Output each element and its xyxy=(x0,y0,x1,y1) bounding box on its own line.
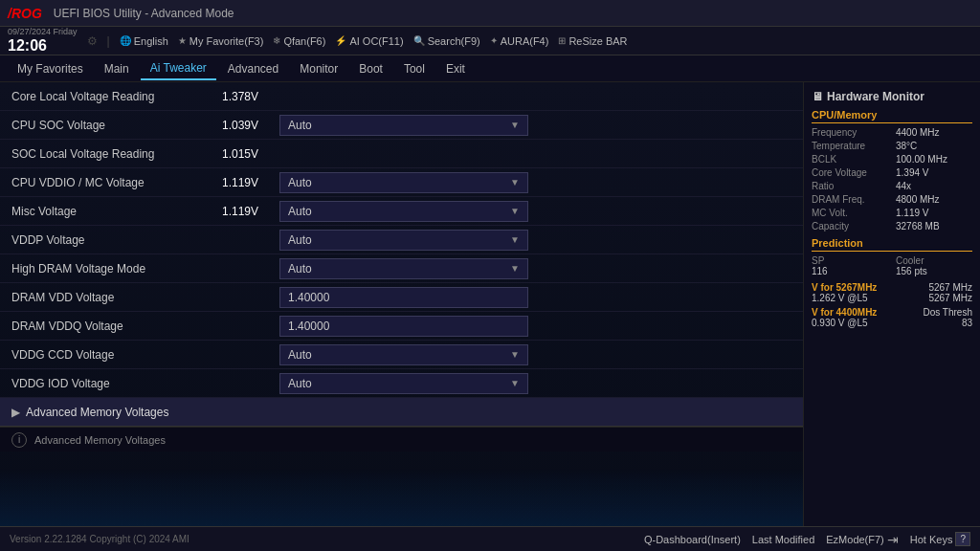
dropdown-box-4[interactable]: Auto▼ xyxy=(279,201,528,222)
input-value-8: 1.40000 xyxy=(288,320,329,333)
myfav-item[interactable]: ★ My Favorite(F3) xyxy=(178,35,264,47)
voltage-row-4[interactable]: Misc Voltage1.119VAuto▼ xyxy=(0,197,803,226)
advanced-memory-section[interactable]: ▶ Advanced Memory Voltages xyxy=(0,398,803,427)
fan-icon: ❄ xyxy=(273,35,280,46)
voltage-control-4[interactable]: Auto▼ xyxy=(279,201,528,222)
cpu-val-0: 4400 MHz xyxy=(896,127,972,138)
voltage-row-1[interactable]: CPU SOC Voltage1.039VAuto▼ xyxy=(0,111,803,140)
dropdown-box-1[interactable]: Auto▼ xyxy=(279,115,528,136)
date-display: 09/27/2024 Friday xyxy=(8,28,78,37)
input-box-8[interactable]: 1.40000 xyxy=(279,316,528,337)
pred-4400-block: V for 4400MHz Dos Thresh 0.930 V @L5 83 xyxy=(812,307,972,328)
nav-ai-tweaker[interactable]: Ai Tweaker xyxy=(141,57,216,80)
cpu-key-7: Capacity xyxy=(812,221,888,231)
search-icon: 🔍 xyxy=(413,35,425,46)
nav-monitor[interactable]: Monitor xyxy=(290,58,347,79)
cpu-val-2: 100.00 MHz xyxy=(896,154,972,165)
dropdown-arrow-4: ▼ xyxy=(510,206,520,216)
dropdown-value-3: Auto xyxy=(288,176,312,189)
voltage-control-10[interactable]: Auto▼ xyxy=(279,373,528,394)
cpu-key-1: Temperature xyxy=(812,141,888,151)
bios-title: UEFI BIOS Utility - Advanced Mode xyxy=(54,7,234,20)
dropdown-box-10[interactable]: Auto▼ xyxy=(279,373,528,394)
sep1: ⚙ xyxy=(87,34,98,48)
qfan-label: Qfan(F6) xyxy=(283,35,325,47)
dos-thresh-val: 83 xyxy=(962,318,972,328)
myfav-label: My Favorite(F3) xyxy=(189,35,264,47)
aura-icon: ✦ xyxy=(490,35,498,46)
nav-boot[interactable]: Boot xyxy=(349,58,392,79)
prediction-section-title: Prediction xyxy=(812,237,972,252)
dropdown-value-5: Auto xyxy=(288,233,312,247)
nav-my-favorites[interactable]: My Favorites xyxy=(8,58,93,79)
voltage-control-3[interactable]: Auto▼ xyxy=(279,172,528,193)
voltage-label-7: DRAM VDD Voltage xyxy=(11,291,222,304)
voltage-control-6[interactable]: Auto▼ xyxy=(279,258,528,279)
language-item[interactable]: 🌐 English xyxy=(120,35,168,47)
voltage-value-0: 1.378V xyxy=(222,90,279,103)
datetime: 09/27/2024 Friday 12:06 xyxy=(8,28,78,54)
dropdown-arrow-10: ▼ xyxy=(510,378,520,388)
voltage-label-0: Core Local Voltage Reading xyxy=(11,90,222,103)
resize-icon: ⊞ xyxy=(558,35,566,46)
nav-tool[interactable]: Tool xyxy=(394,58,434,79)
v-for-5267-label: V for 5267MHz xyxy=(812,282,877,293)
voltage-label-8: DRAM VDDQ Voltage xyxy=(11,320,222,333)
resize-item[interactable]: ⊞ ReSize BAR xyxy=(558,35,627,47)
voltage-row-7[interactable]: DRAM VDD Voltage1.40000 xyxy=(0,283,803,312)
main-area: Core Local Voltage Reading1.378VCPU SOC … xyxy=(0,82,980,526)
aura-label: AURA(F4) xyxy=(501,35,549,47)
voltage-row-6[interactable]: High DRAM Voltage ModeAuto▼ xyxy=(0,254,803,283)
dropdown-arrow-6: ▼ xyxy=(510,263,520,274)
ezmode-action[interactable]: EzMode(F7) ⇥ xyxy=(826,532,899,547)
voltage-label-1: CPU SOC Voltage xyxy=(11,119,222,132)
hotkeys-action[interactable]: Hot Keys ? xyxy=(910,532,970,546)
voltage-control-9[interactable]: Auto▼ xyxy=(279,344,528,365)
v-for-4400-label: V for 4400MHz xyxy=(812,307,877,318)
nav-exit[interactable]: Exit xyxy=(436,58,475,79)
nav-main[interactable]: Main xyxy=(95,58,139,79)
dropdown-box-6[interactable]: Auto▼ xyxy=(279,258,528,279)
voltage-row-9[interactable]: VDDG CCD VoltageAuto▼ xyxy=(0,341,803,369)
dropdown-arrow-1: ▼ xyxy=(510,120,520,130)
pred-5267-block: V for 5267MHz 5267 MHz 1.262 V @L5 5267 … xyxy=(812,282,972,303)
voltage-row-8[interactable]: DRAM VDDQ Voltage1.40000 xyxy=(0,312,803,341)
sp-key: SP xyxy=(812,255,888,266)
dropdown-value-10: Auto xyxy=(288,377,312,390)
statusbar: Version 2.22.1284 Copyright (C) 2024 AMI… xyxy=(0,526,980,551)
input-value-7: 1.40000 xyxy=(288,291,329,304)
aioc-item[interactable]: ⚡ AI OC(F11) xyxy=(335,35,403,47)
qfan-item[interactable]: ❄ Qfan(F6) xyxy=(273,35,325,47)
voltage-value-3: 1.119V xyxy=(222,176,279,189)
dropdown-box-3[interactable]: Auto▼ xyxy=(279,172,528,193)
cooler-val: 156 pts xyxy=(896,266,972,276)
dropdown-box-9[interactable]: Auto▼ xyxy=(279,344,528,365)
ai-icon: ⚡ xyxy=(335,35,346,46)
dropdown-value-6: Auto xyxy=(288,262,312,276)
qdashboard-action[interactable]: Q-Dashboard(Insert) xyxy=(644,534,741,545)
section-label: Advanced Memory Voltages xyxy=(26,406,168,419)
v-for-5267-freq: 5267 MHz xyxy=(928,282,972,293)
resize-label: ReSize BAR xyxy=(568,35,627,47)
right-panel: 🖥 Hardware Monitor CPU/Memory Frequency4… xyxy=(803,82,980,526)
voltage-control-5[interactable]: Auto▼ xyxy=(279,230,528,251)
voltage-control-1[interactable]: Auto▼ xyxy=(279,115,528,136)
nav-advanced[interactable]: Advanced xyxy=(218,58,288,79)
last-modified-action[interactable]: Last Modified xyxy=(752,534,814,545)
input-box-7[interactable]: 1.40000 xyxy=(279,287,528,308)
voltage-row-5[interactable]: VDDP VoltageAuto▼ xyxy=(0,226,803,254)
voltage-label-10: VDDG IOD Voltage xyxy=(11,377,222,390)
search-item[interactable]: 🔍 Search(F9) xyxy=(413,35,480,47)
voltage-label-5: VDDP Voltage xyxy=(11,233,222,247)
infotext-label: Advanced Memory Voltages xyxy=(34,434,166,446)
aura-item[interactable]: ✦ AURA(F4) xyxy=(490,35,549,47)
dropdown-value-4: Auto xyxy=(288,205,312,218)
voltage-row-3[interactable]: CPU VDDIO / MC Voltage1.119VAuto▼ xyxy=(0,168,803,197)
voltage-row-10[interactable]: VDDG IOD VoltageAuto▼ xyxy=(0,369,803,398)
dropdown-arrow-9: ▼ xyxy=(510,349,520,360)
star-icon: ★ xyxy=(178,35,187,46)
language-label: English xyxy=(134,35,168,47)
voltage-control-8[interactable]: 1.40000 xyxy=(279,316,528,337)
dropdown-box-5[interactable]: Auto▼ xyxy=(279,230,528,251)
voltage-control-7[interactable]: 1.40000 xyxy=(279,287,528,308)
